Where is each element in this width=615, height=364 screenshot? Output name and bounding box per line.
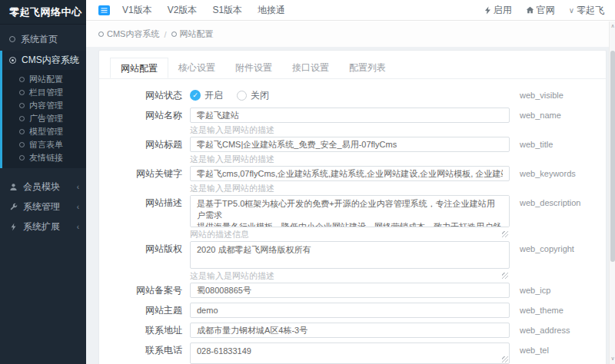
web-name-input[interactable] bbox=[190, 108, 510, 123]
chevron-left-icon: ‹ bbox=[77, 217, 79, 237]
field-key: web_name bbox=[520, 108, 561, 123]
page-scrollbar[interactable]: ∧ ∨ bbox=[609, 22, 615, 364]
circle-icon bbox=[171, 31, 177, 37]
tab-api-settings[interactable]: 接口设置 bbox=[282, 58, 339, 78]
field-key: web_title bbox=[520, 137, 553, 152]
chevron-left-icon: ‹ bbox=[77, 177, 79, 197]
circle-icon bbox=[19, 77, 25, 82]
sidebar-item-system-mgmt[interactable]: 系统管理 ‹ bbox=[0, 197, 86, 217]
radio-unchecked-icon bbox=[237, 91, 247, 101]
tabs: 网站配置 核心设置 附件设置 接口设置 配置列表 bbox=[99, 51, 606, 79]
breadcrumb-separator: / bbox=[164, 30, 166, 39]
field-helper: 这是输入是网站的描述 bbox=[190, 154, 510, 164]
user-icon bbox=[9, 183, 18, 191]
field-label: 网站描述 bbox=[99, 195, 190, 210]
sidebar-item-label: 系统扩展 bbox=[23, 217, 60, 237]
web-description-textarea[interactable]: 是基于TP5.0框架为核心开发的免费+开源的企业内容管理系统，专注企业建站用户需… bbox=[190, 195, 510, 227]
field-label: 网站关键字 bbox=[99, 166, 190, 181]
tab-site-config[interactable]: 网站配置 bbox=[110, 58, 168, 78]
sidebar-item-home[interactable]: 系统首页 bbox=[0, 30, 86, 48]
top-navbar: V1版本 V2版本 S1版本 地接通 启用 官网 ∨ 零起飞 bbox=[86, 0, 615, 21]
nav-item-v1[interactable]: V1版本 bbox=[122, 4, 152, 17]
field-key: web_icp bbox=[520, 283, 550, 298]
enable-button[interactable]: 启用 bbox=[484, 4, 512, 17]
form-row-web-theme: 网站主题 web_theme bbox=[99, 303, 606, 318]
tab-core-settings[interactable]: 核心设置 bbox=[168, 58, 225, 78]
home-icon bbox=[526, 6, 534, 14]
field-key: web_visible bbox=[520, 88, 563, 103]
lightning-icon bbox=[9, 223, 18, 231]
dot-circle-icon bbox=[9, 57, 16, 64]
sidebar-item-system-ext[interactable]: 系统扩展 ‹ bbox=[0, 217, 86, 237]
username: 零起飞 bbox=[577, 4, 604, 17]
sidebar-item-label: 会员模块 bbox=[23, 177, 60, 197]
sidebar-group-cms: CMS内容系统 ∨ 网站配置 栏目管理 内容管理 广告管理 模型管理 留言表单 … bbox=[0, 51, 86, 168]
circle-icon bbox=[9, 36, 15, 42]
field-label: 网站状态 bbox=[99, 88, 190, 103]
nav-item-s1[interactable]: S1版本 bbox=[212, 4, 242, 17]
sidebar-item-friend-links[interactable]: 友情链接 bbox=[2, 151, 86, 164]
scroll-down-icon[interactable]: ∨ bbox=[610, 356, 615, 362]
sidebar-item-members[interactable]: 会员模块 ‹ bbox=[0, 177, 86, 197]
form-row-web-icp: 网站备案号 web_icp bbox=[99, 283, 606, 298]
nav-item-dijietong[interactable]: 地接通 bbox=[258, 4, 285, 17]
field-key: web_tel bbox=[520, 342, 549, 358]
sidebar-item-cms[interactable]: CMS内容系统 ∨ bbox=[2, 51, 86, 70]
sidebar-item-ad-mgmt[interactable]: 广告管理 bbox=[2, 112, 86, 125]
radio-open[interactable]: ✓ 开启 bbox=[190, 89, 223, 102]
sidebar-item-site-config[interactable]: 网站配置 bbox=[2, 73, 86, 86]
field-label: 网站备案号 bbox=[99, 283, 190, 298]
chevron-left-icon: ‹ bbox=[77, 197, 79, 217]
site-config-form: 网站状态 ✓ 开启 关闭 web_ bbox=[99, 79, 606, 364]
field-key: web_description bbox=[520, 195, 581, 210]
field-helper: 网站的描述信息 bbox=[190, 230, 510, 239]
field-helper: 这是输入是网站的描述 bbox=[190, 184, 510, 193]
form-row-web-name: 网站名称 这是输入是网站的描述 web_name bbox=[99, 108, 606, 134]
navbar-right: 启用 官网 ∨ 零起飞 bbox=[484, 4, 604, 17]
bolt-icon bbox=[484, 6, 491, 15]
web-theme-input[interactable] bbox=[190, 303, 510, 318]
circle-icon bbox=[19, 155, 25, 160]
main-area: V1版本 V2版本 S1版本 地接通 启用 官网 ∨ 零起飞 CMS内容系统 / bbox=[86, 0, 615, 364]
web-keywords-input[interactable] bbox=[190, 166, 510, 181]
layout-toggle-icon[interactable] bbox=[98, 5, 110, 15]
field-label: 联系地址 bbox=[99, 323, 190, 338]
field-key: web_copyright bbox=[520, 241, 574, 256]
scrollbar-thumb[interactable] bbox=[610, 51, 615, 262]
web-icp-input[interactable] bbox=[190, 283, 510, 298]
field-label: 网站名称 bbox=[99, 108, 190, 123]
circle-icon bbox=[98, 31, 104, 37]
form-row-web-visible: 网站状态 ✓ 开启 关闭 web_ bbox=[99, 88, 606, 103]
radio-closed[interactable]: 关闭 bbox=[237, 89, 269, 102]
field-label: 网站主题 bbox=[99, 303, 190, 318]
sidebar-item-column-mgmt[interactable]: 栏目管理 bbox=[2, 86, 86, 99]
field-label: 网站标题 bbox=[99, 137, 190, 152]
web-tel-textarea[interactable]: 028-61833149 bbox=[190, 342, 510, 364]
tab-attachment-settings[interactable]: 附件设置 bbox=[225, 58, 282, 78]
sidebar-item-label: 系统管理 bbox=[23, 197, 60, 217]
circle-icon bbox=[19, 90, 25, 95]
web-address-input[interactable] bbox=[190, 323, 510, 338]
circle-icon bbox=[19, 116, 25, 121]
official-site-link[interactable]: 官网 bbox=[526, 4, 555, 17]
chevron-down-icon: ∨ bbox=[74, 51, 79, 70]
form-row-web-description: 网站描述 是基于TP5.0框架为核心开发的免费+开源的企业内容管理系统，专注企业… bbox=[99, 195, 606, 239]
app-logo: 零起飞网络中心 bbox=[0, 0, 86, 25]
tab-config-list[interactable]: 配置列表 bbox=[339, 58, 396, 78]
sidebar-item-message-form[interactable]: 留言表单 bbox=[2, 138, 86, 151]
form-row-web-copyright: 网站版权 2020 成都零起飞网络版权所有 这是输入是网站的描述 web_cop… bbox=[99, 241, 606, 280]
content-area: 网站配置 核心设置 附件设置 接口设置 配置列表 网站状态 ✓ 开启 bbox=[86, 47, 609, 364]
web-copyright-textarea[interactable]: 2020 成都零起飞网络版权所有 bbox=[190, 241, 510, 269]
breadcrumb-parent[interactable]: CMS内容系统 bbox=[98, 28, 159, 40]
sidebar-item-content-mgmt[interactable]: 内容管理 bbox=[2, 99, 86, 112]
field-helper: 这是输入是网站的描述 bbox=[190, 125, 510, 134]
scroll-up-icon[interactable]: ∧ bbox=[610, 23, 615, 29]
sidebar-item-model-mgmt[interactable]: 模型管理 bbox=[2, 125, 86, 138]
nav-item-v2[interactable]: V2版本 bbox=[168, 4, 198, 17]
web-title-input[interactable] bbox=[190, 137, 510, 152]
settings-card: 网站配置 核心设置 附件设置 接口设置 配置列表 网站状态 ✓ 开启 bbox=[98, 50, 607, 364]
radio-checked-icon: ✓ bbox=[190, 90, 201, 101]
breadcrumb-current[interactable]: 网站配置 bbox=[171, 28, 214, 40]
user-menu[interactable]: ∨ 零起飞 bbox=[569, 4, 604, 17]
field-key: web_theme bbox=[520, 303, 563, 318]
